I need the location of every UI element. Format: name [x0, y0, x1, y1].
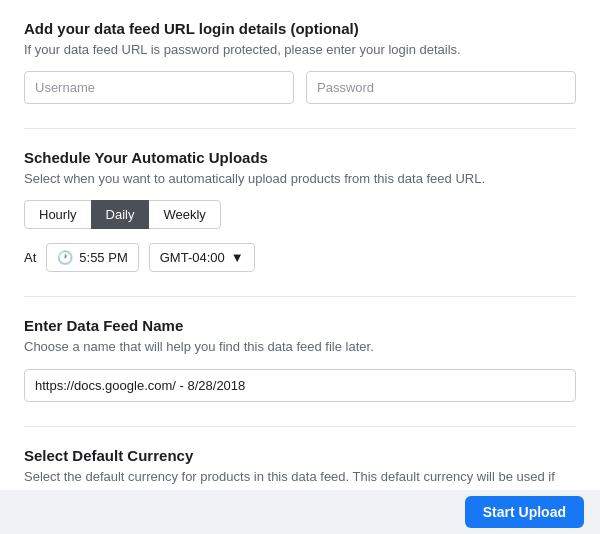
time-input[interactable]: 🕐 5:55 PM: [46, 243, 138, 272]
footer-bar: Start Upload: [0, 490, 600, 534]
feed-name-description: Choose a name that will help you find th…: [24, 338, 576, 356]
time-value: 5:55 PM: [79, 250, 127, 265]
login-title: Add your data feed URL login details (op…: [24, 20, 576, 37]
timezone-value: GMT-04:00: [160, 250, 225, 265]
schedule-title: Schedule Your Automatic Uploads: [24, 149, 576, 166]
divider-3: [24, 426, 576, 427]
schedule-section: Schedule Your Automatic Uploads Select w…: [24, 149, 576, 272]
currency-description: Select the default currency for products…: [24, 468, 576, 490]
tab-daily[interactable]: Daily: [91, 200, 150, 229]
start-upload-button[interactable]: Start Upload: [465, 496, 584, 528]
login-description: If your data feed URL is password protec…: [24, 41, 576, 59]
feed-name-section: Enter Data Feed Name Choose a name that …: [24, 317, 576, 401]
tab-hourly[interactable]: Hourly: [24, 200, 92, 229]
at-row: At 🕐 5:55 PM GMT-04:00 ▼: [24, 243, 576, 272]
feed-name-title: Enter Data Feed Name: [24, 317, 576, 334]
tab-weekly[interactable]: Weekly: [148, 200, 220, 229]
at-label: At: [24, 250, 36, 265]
divider-1: [24, 128, 576, 129]
timezone-select[interactable]: GMT-04:00 ▼: [149, 243, 255, 272]
password-input[interactable]: [306, 71, 576, 104]
currency-title: Select Default Currency: [24, 447, 576, 464]
divider-2: [24, 296, 576, 297]
login-fields: [24, 71, 576, 104]
feed-name-input[interactable]: [24, 369, 576, 402]
chevron-down-icon: ▼: [231, 250, 244, 265]
clock-icon: 🕐: [57, 250, 73, 265]
username-input[interactable]: [24, 71, 294, 104]
login-section: Add your data feed URL login details (op…: [24, 20, 576, 104]
main-content: Add your data feed URL login details (op…: [0, 0, 600, 490]
currency-section: Select Default Currency Select the defau…: [24, 447, 576, 490]
schedule-tabs: Hourly Daily Weekly: [24, 200, 576, 229]
schedule-description: Select when you want to automatically up…: [24, 170, 576, 188]
